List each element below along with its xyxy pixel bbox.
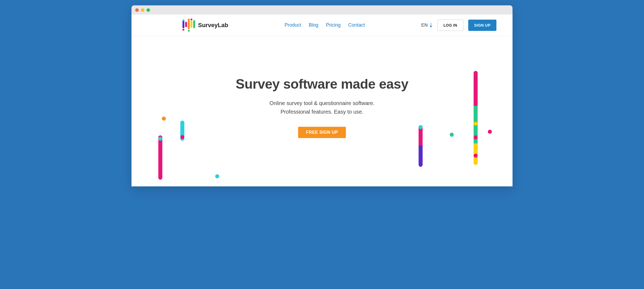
nav-product[interactable]: Product (285, 22, 301, 28)
hero-subtitle-line: Professional features. Easy to use. (280, 109, 363, 115)
nav-blog[interactable]: Blog (309, 22, 319, 28)
main-nav: Product Blog Pricing Contact (285, 22, 365, 28)
hero: Survey software made easy Online survey … (131, 36, 513, 186)
header-actions: EN LOG IN SIGN UP (421, 20, 496, 31)
page-body: SurveyLab Product Blog Pricing Contact E… (131, 15, 513, 186)
nav-pricing[interactable]: Pricing (326, 22, 341, 28)
hero-subtitle: Online survey tool & questionnaire softw… (269, 99, 374, 116)
free-signup-button[interactable]: FREE SIGN UP (298, 127, 346, 138)
window-minimize-icon[interactable] (141, 8, 144, 12)
language-label: EN (421, 23, 428, 28)
window-close-icon[interactable] (135, 8, 139, 12)
language-switcher[interactable]: EN (421, 23, 433, 28)
arrow-down-icon (429, 23, 433, 28)
brand-logo-icon (182, 19, 195, 32)
hero-title: Survey software made easy (236, 76, 408, 92)
hero-subtitle-line: Online survey tool & questionnaire softw… (269, 100, 374, 106)
brand-name: SurveyLab (198, 22, 228, 29)
browser-frame: SurveyLab Product Blog Pricing Contact E… (131, 5, 513, 186)
brand-logo[interactable]: SurveyLab (182, 19, 228, 32)
site-header: SurveyLab Product Blog Pricing Contact E… (131, 15, 513, 36)
signup-button[interactable]: SIGN UP (468, 20, 496, 31)
window-titlebar (131, 5, 513, 15)
hero-cta-row: FREE SIGN UP (298, 127, 346, 138)
window-maximize-icon[interactable] (147, 8, 150, 12)
nav-contact[interactable]: Contact (348, 22, 365, 28)
login-button[interactable]: LOG IN (437, 20, 463, 31)
